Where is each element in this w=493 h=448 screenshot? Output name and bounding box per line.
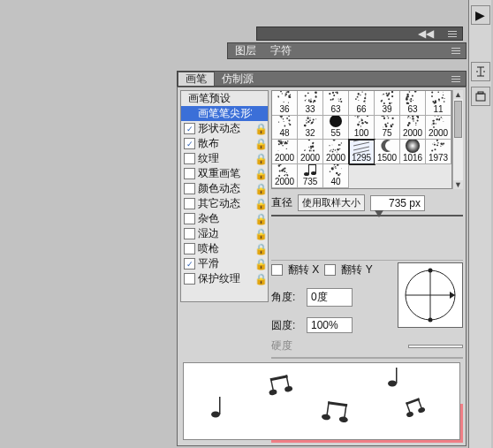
brush-thumb[interactable]: 100 bbox=[349, 116, 375, 140]
lock-icon[interactable]: 🔒 bbox=[254, 243, 268, 255]
setting-checkbox[interactable] bbox=[184, 153, 195, 164]
svg-point-8 bbox=[280, 91, 282, 92]
flip-y-checkbox[interactable] bbox=[324, 264, 336, 276]
svg-point-183 bbox=[435, 116, 436, 117]
svg-point-216 bbox=[337, 148, 338, 150]
diameter-field[interactable]: 735 px bbox=[370, 195, 425, 211]
setting-row-7[interactable]: 杂色🔒 bbox=[181, 211, 268, 226]
svg-point-246 bbox=[285, 174, 286, 175]
setting-row-3[interactable]: 纹理🔒 bbox=[181, 151, 268, 166]
brush-thumb[interactable]: 40 bbox=[323, 164, 349, 189]
angle-field[interactable]: 0度 bbox=[307, 288, 353, 307]
lock-icon[interactable]: 🔒 bbox=[254, 123, 268, 135]
setting-label: 颜色动态 bbox=[198, 181, 252, 196]
setting-row-10[interactable]: ✓平滑🔒 bbox=[181, 256, 268, 271]
brush-thumb[interactable]: 2000 bbox=[272, 140, 298, 164]
brush-size-label: 11 bbox=[433, 105, 443, 114]
setting-checkbox[interactable] bbox=[184, 273, 195, 285]
setting-row-9[interactable]: 喷枪🔒 bbox=[181, 241, 268, 256]
brush-thumb[interactable]: 2000 bbox=[272, 164, 298, 189]
setting-row-2[interactable]: ✓散布🔒 bbox=[181, 136, 268, 151]
tab-character[interactable]: 字符 bbox=[263, 43, 299, 58]
lock-icon[interactable]: 🔒 bbox=[254, 273, 268, 285]
svg-point-45 bbox=[364, 100, 366, 102]
svg-point-164 bbox=[408, 122, 411, 125]
scroll-up-icon[interactable]: ▲ bbox=[453, 90, 463, 99]
lock-icon[interactable]: 🔒 bbox=[254, 153, 268, 165]
setting-label: 形状动态 bbox=[198, 121, 252, 136]
setting-row-8[interactable]: 湿边🔒 bbox=[181, 226, 268, 241]
lock-icon[interactable]: 🔒 bbox=[254, 258, 268, 270]
brush-thumb[interactable]: 33 bbox=[298, 91, 323, 116]
lock-icon[interactable]: 🔒 bbox=[254, 138, 268, 150]
tab-brush[interactable]: 画笔 bbox=[178, 72, 215, 86]
brush-thumb[interactable]: 36 bbox=[272, 91, 298, 116]
setting-checkbox[interactable] bbox=[184, 243, 195, 254]
svg-point-177 bbox=[436, 118, 438, 120]
brush-thumb[interactable]: 32 bbox=[298, 116, 323, 140]
play-icon-button[interactable]: ▶ bbox=[471, 5, 490, 25]
brush-thumb[interactable]: 39 bbox=[375, 91, 400, 116]
svg-point-132 bbox=[361, 119, 363, 121]
svg-point-249 bbox=[279, 171, 281, 172]
brush-thumb[interactable]: 2000 bbox=[426, 116, 451, 140]
brush-thumb[interactable]: 75 bbox=[375, 116, 400, 140]
setting-checkbox[interactable]: ✓ bbox=[184, 258, 195, 270]
setting-row-6[interactable]: 其它动态🔒 bbox=[181, 196, 268, 211]
tool-button-2[interactable] bbox=[471, 87, 490, 106]
flip-x-checkbox[interactable] bbox=[271, 264, 283, 276]
setting-checkbox[interactable] bbox=[184, 228, 195, 239]
svg-point-197 bbox=[278, 143, 280, 145]
brush-thumb[interactable]: 735 bbox=[298, 164, 323, 189]
svg-point-21 bbox=[309, 100, 312, 103]
brush-presets-header[interactable]: 画笔预设 bbox=[181, 91, 268, 106]
brush-thumb[interactable]: 48 bbox=[272, 116, 298, 140]
brush-thumb[interactable]: 2000 bbox=[323, 140, 349, 164]
svg-point-153 bbox=[388, 118, 390, 119]
diameter-slider[interactable] bbox=[271, 211, 463, 254]
brush-thumb[interactable]: 66 bbox=[349, 91, 375, 116]
brush-thumb[interactable]: 1295 bbox=[349, 140, 375, 164]
brush-thumb[interactable]: 1973 bbox=[426, 140, 451, 164]
setting-checkbox[interactable] bbox=[184, 168, 195, 179]
setting-row-4[interactable]: 双重画笔🔒 bbox=[181, 166, 268, 181]
brush-thumb[interactable]: 11 bbox=[426, 91, 451, 116]
setting-row-11[interactable]: 保护纹理🔒 bbox=[181, 271, 268, 286]
brush-thumb[interactable]: 2000 bbox=[298, 140, 323, 164]
setting-row-5[interactable]: 颜色动态🔒 bbox=[181, 181, 268, 196]
lock-icon[interactable]: 🔒 bbox=[254, 228, 268, 240]
panel-collapse-bar[interactable]: ◀◀ bbox=[256, 27, 463, 41]
panel-menu-icon[interactable] bbox=[448, 31, 457, 37]
brush-thumb[interactable]: 2000 bbox=[400, 116, 426, 140]
setting-checkbox[interactable] bbox=[184, 183, 195, 194]
brush-panel-menu-icon[interactable] bbox=[451, 76, 466, 82]
upper-panel-menu-icon[interactable] bbox=[451, 48, 460, 54]
setting-row-1[interactable]: ✓形状动态🔒 bbox=[181, 121, 268, 136]
angle-wheel[interactable] bbox=[398, 262, 463, 328]
brush-thumb[interactable]: 55 bbox=[323, 116, 349, 140]
brush-grid-scrollbar[interactable]: ▲ ▼ bbox=[452, 90, 463, 189]
setting-checkbox[interactable] bbox=[184, 213, 195, 224]
lock-icon[interactable]: 🔒 bbox=[254, 168, 268, 180]
use-sample-size-button[interactable]: 使用取样大小 bbox=[298, 194, 365, 211]
lock-icon[interactable]: 🔒 bbox=[254, 183, 268, 195]
svg-point-112 bbox=[289, 124, 291, 125]
tool-button-1[interactable] bbox=[471, 62, 490, 81]
setting-row-0[interactable]: 画笔笔尖形状 bbox=[181, 106, 268, 121]
scrollbar-thumb[interactable] bbox=[454, 101, 462, 138]
brush-thumb[interactable]: 1016 bbox=[400, 140, 426, 164]
scroll-down-icon[interactable]: ▼ bbox=[453, 180, 463, 189]
setting-checkbox[interactable]: ✓ bbox=[184, 138, 195, 149]
tab-layers[interactable]: 图层 bbox=[228, 43, 263, 58]
brush-thumb[interactable]: 1500 bbox=[375, 140, 400, 164]
brush-preview-icon bbox=[189, 366, 454, 437]
setting-checkbox[interactable] bbox=[184, 198, 195, 209]
brush-thumb-shape bbox=[272, 164, 297, 178]
lock-icon[interactable]: 🔒 bbox=[254, 213, 268, 225]
tab-clone-source[interactable]: 仿制源 bbox=[215, 72, 261, 86]
brush-thumb[interactable]: 63 bbox=[400, 91, 426, 116]
roundness-field[interactable]: 100% bbox=[307, 317, 353, 333]
brush-thumb[interactable]: 63 bbox=[323, 91, 349, 116]
setting-checkbox[interactable]: ✓ bbox=[184, 123, 195, 134]
lock-icon[interactable]: 🔒 bbox=[254, 198, 268, 210]
